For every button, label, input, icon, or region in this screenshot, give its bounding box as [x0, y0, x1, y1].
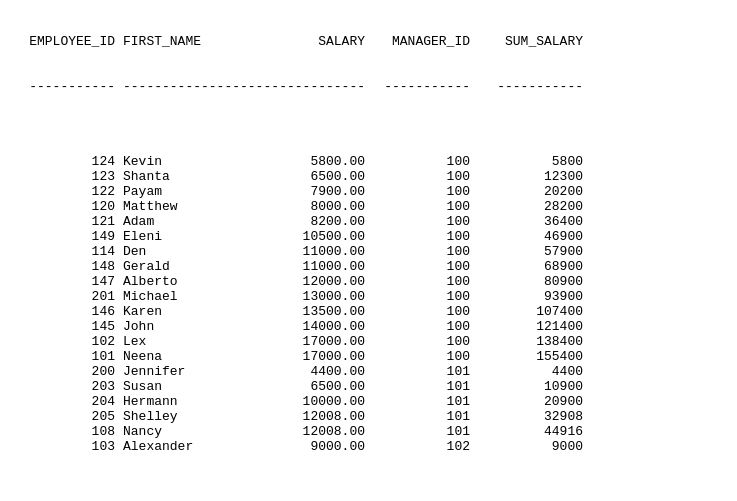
cell-salary: 6500.00: [258, 379, 373, 394]
cell-salary: 12008.00: [258, 424, 373, 439]
cell-first-name: Matthew: [123, 199, 258, 214]
cell-salary: 17000.00: [258, 349, 373, 364]
table-row: 203 Susan 6500.00 101 10900: [8, 379, 729, 394]
header-manager-id: MANAGER_ID: [373, 34, 478, 49]
table-row: 204 Hermann 10000.00 101 20900: [8, 394, 729, 409]
divider-emp-id: -----------: [8, 79, 123, 94]
cell-sum-salary: 121400: [478, 319, 583, 334]
cell-first-name: Kevin: [123, 154, 258, 169]
cell-sum-salary: 32908: [478, 409, 583, 424]
cell-emp-id: 108: [8, 424, 123, 439]
cell-sum-salary: 68900: [478, 259, 583, 274]
table-row: 120 Matthew 8000.00 100 28200: [8, 199, 729, 214]
cell-salary: 4400.00: [258, 364, 373, 379]
cell-emp-id: 148: [8, 259, 123, 274]
cell-emp-id: 203: [8, 379, 123, 394]
cell-salary: 12008.00: [258, 409, 373, 424]
cell-emp-id: 102: [8, 334, 123, 349]
cell-sum-salary: 138400: [478, 334, 583, 349]
cell-first-name: Hermann: [123, 394, 258, 409]
table-divider: ----------- -------------------- -------…: [8, 79, 729, 94]
cell-emp-id: 145: [8, 319, 123, 334]
cell-first-name: Gerald: [123, 259, 258, 274]
cell-salary: 13000.00: [258, 289, 373, 304]
cell-sum-salary: 4400: [478, 364, 583, 379]
cell-emp-id: 123: [8, 169, 123, 184]
cell-manager-id: 100: [373, 214, 478, 229]
cell-sum-salary: 10900: [478, 379, 583, 394]
divider-salary: -----------: [258, 79, 373, 94]
table-row: 147 Alberto 12000.00 100 80900: [8, 274, 729, 289]
cell-manager-id: 101: [373, 379, 478, 394]
cell-emp-id: 204: [8, 394, 123, 409]
cell-first-name: Alexander: [123, 439, 258, 454]
cell-manager-id: 101: [373, 394, 478, 409]
cell-manager-id: 100: [373, 184, 478, 199]
table-body: 124 Kevin 5800.00 100 5800 123 Shanta 65…: [8, 124, 729, 454]
cell-sum-salary: 44916: [478, 424, 583, 439]
cell-sum-salary: 20200: [478, 184, 583, 199]
cell-emp-id: 200: [8, 364, 123, 379]
cell-salary: 12000.00: [258, 274, 373, 289]
cell-first-name: Shelley: [123, 409, 258, 424]
table-row: 146 Karen 13500.00 100 107400: [8, 304, 729, 319]
cell-sum-salary: 93900: [478, 289, 583, 304]
cell-emp-id: 122: [8, 184, 123, 199]
cell-first-name: Lex: [123, 334, 258, 349]
cell-first-name: Nancy: [123, 424, 258, 439]
table-row: 201 Michael 13000.00 100 93900: [8, 289, 729, 304]
cell-emp-id: 103: [8, 439, 123, 454]
cell-salary: 14000.00: [258, 319, 373, 334]
cell-salary: 5800.00: [258, 154, 373, 169]
cell-emp-id: 101: [8, 349, 123, 364]
cell-manager-id: 100: [373, 154, 478, 169]
table-row: 124 Kevin 5800.00 100 5800: [8, 154, 729, 169]
cell-sum-salary: 36400: [478, 214, 583, 229]
cell-salary: 10000.00: [258, 394, 373, 409]
cell-sum-salary: 20900: [478, 394, 583, 409]
cell-emp-id: 114: [8, 244, 123, 259]
cell-manager-id: 100: [373, 304, 478, 319]
cell-first-name: Neena: [123, 349, 258, 364]
cell-emp-id: 146: [8, 304, 123, 319]
table-row: 148 Gerald 11000.00 100 68900: [8, 259, 729, 274]
cell-emp-id: 149: [8, 229, 123, 244]
cell-salary: 11000.00: [258, 244, 373, 259]
cell-manager-id: 100: [373, 169, 478, 184]
cell-first-name: Den: [123, 244, 258, 259]
table-row: 103 Alexander 9000.00 102 9000: [8, 439, 729, 454]
cell-sum-salary: 46900: [478, 229, 583, 244]
cell-manager-id: 100: [373, 319, 478, 334]
cell-first-name: Susan: [123, 379, 258, 394]
cell-manager-id: 101: [373, 409, 478, 424]
header-sum-salary: SUM_SALARY: [478, 34, 583, 49]
table-row: 123 Shanta 6500.00 100 12300: [8, 169, 729, 184]
header-emp-id: EMPLOYEE_ID: [8, 34, 123, 49]
cell-salary: 6500.00: [258, 169, 373, 184]
cell-manager-id: 100: [373, 289, 478, 304]
cell-first-name: Eleni: [123, 229, 258, 244]
cell-manager-id: 100: [373, 199, 478, 214]
header-salary: SALARY: [258, 34, 373, 49]
cell-first-name: Jennifer: [123, 364, 258, 379]
cell-manager-id: 101: [373, 364, 478, 379]
cell-sum-salary: 57900: [478, 244, 583, 259]
cell-salary: 10500.00: [258, 229, 373, 244]
cell-sum-salary: 107400: [478, 304, 583, 319]
cell-salary: 13500.00: [258, 304, 373, 319]
cell-sum-salary: 12300: [478, 169, 583, 184]
cell-sum-salary: 9000: [478, 439, 583, 454]
divider-sum-salary: -----------: [478, 79, 583, 94]
cell-sum-salary: 5800: [478, 154, 583, 169]
cell-manager-id: 100: [373, 349, 478, 364]
cell-salary: 7900.00: [258, 184, 373, 199]
cell-first-name: Payam: [123, 184, 258, 199]
cell-first-name: Adam: [123, 214, 258, 229]
table-row: 121 Adam 8200.00 100 36400: [8, 214, 729, 229]
cell-first-name: Shanta: [123, 169, 258, 184]
cell-salary: 8200.00: [258, 214, 373, 229]
table-row: 149 Eleni 10500.00 100 46900: [8, 229, 729, 244]
cell-emp-id: 205: [8, 409, 123, 424]
cell-first-name: Karen: [123, 304, 258, 319]
cell-salary: 11000.00: [258, 259, 373, 274]
